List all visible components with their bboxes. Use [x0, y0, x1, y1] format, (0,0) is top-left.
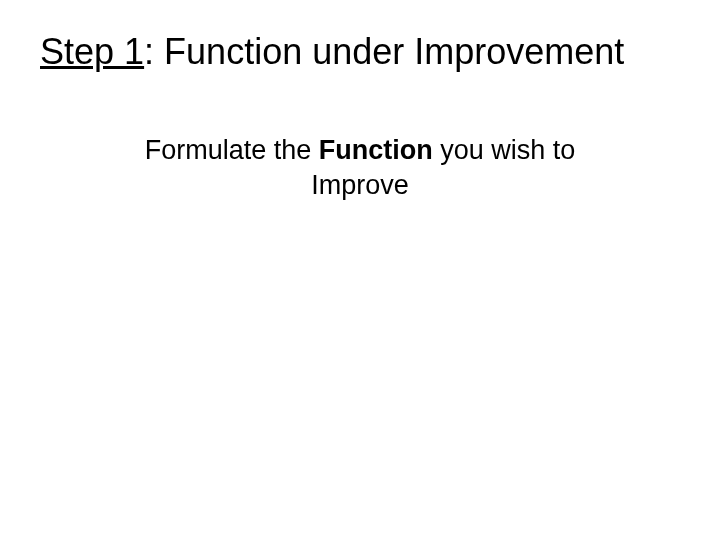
slide-body: Formulate the Function you wish to Impro… — [40, 133, 680, 203]
title-separator: : — [144, 31, 164, 72]
slide-title: Step 1: Function under Improvement — [40, 30, 680, 73]
slide-container: Step 1: Function under Improvement Formu… — [0, 0, 720, 540]
title-remainder: Function under Improvement — [164, 31, 624, 72]
body-bold: Function — [319, 135, 433, 165]
body-prefix: Formulate the — [145, 135, 319, 165]
step-label: Step 1 — [40, 31, 144, 72]
